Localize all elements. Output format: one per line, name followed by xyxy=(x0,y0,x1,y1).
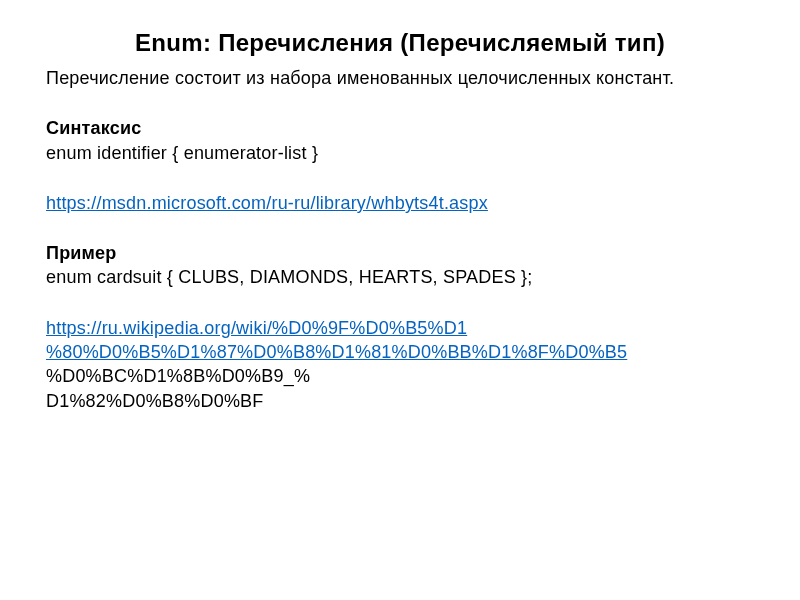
spacer xyxy=(46,165,754,191)
wikipedia-link-line3-wrap[interactable]: %D0%BC%D1%8B%D0%B9_% xyxy=(46,364,754,388)
syntax-heading: Синтаксис xyxy=(46,116,754,140)
spacer xyxy=(46,290,754,316)
wikipedia-link-line3[interactable]: %D0%BC%D1%8B%D0%B9_% xyxy=(46,366,310,386)
spacer xyxy=(46,215,754,241)
example-heading: Пример xyxy=(46,241,754,265)
page-title: Enum: Перечисления (Перечисляемый тип) xyxy=(46,28,754,58)
wikipedia-link-line1[interactable]: https://ru.wikipedia.org/wiki/%D0%9F%D0%… xyxy=(46,316,754,340)
slide-content: Enum: Перечисления (Перечисляемый тип) П… xyxy=(0,0,800,600)
spacer xyxy=(46,90,754,116)
wikipedia-link-line2[interactable]: %80%D0%B5%D1%87%D0%B8%D1%81%D0%BB%D1%8F%… xyxy=(46,340,754,364)
intro-paragraph: Перечисление состоит из набора именованн… xyxy=(46,66,754,90)
msdn-link[interactable]: https://msdn.microsoft.com/ru-ru/library… xyxy=(46,191,754,215)
example-code: enum cardsuit { CLUBS, DIAMONDS, HEARTS,… xyxy=(46,265,754,289)
wikipedia-link-tail: D1%82%D0%B8%D0%BF xyxy=(46,389,754,413)
syntax-code: enum identifier { enumerator-list } xyxy=(46,141,754,165)
